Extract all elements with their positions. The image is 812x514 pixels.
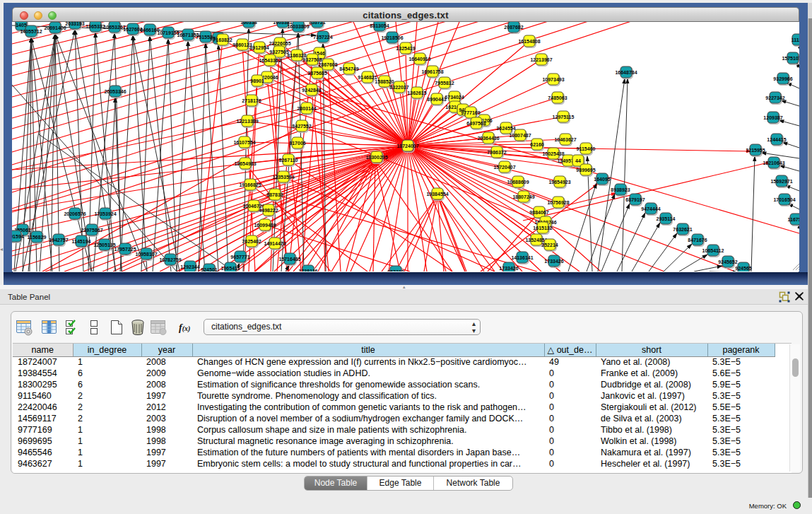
svg-text:9657771: 9657771 bbox=[230, 255, 249, 259]
svg-text:f(x): f(x) bbox=[179, 322, 190, 333]
svg-text:1738116: 1738116 bbox=[299, 269, 318, 271]
svg-text:98901: 98901 bbox=[250, 78, 264, 83]
svg-text:6734024: 6734024 bbox=[445, 95, 464, 100]
svg-text:853721: 853721 bbox=[309, 22, 325, 25]
svg-text:14055712: 14055712 bbox=[20, 29, 42, 34]
svg-text:18300295: 18300295 bbox=[365, 155, 387, 160]
svg-text:1209387: 1209387 bbox=[763, 115, 782, 120]
svg-text:16648784: 16648784 bbox=[615, 70, 637, 75]
svg-text:9245652: 9245652 bbox=[718, 259, 737, 264]
svg-text:14136141: 14136141 bbox=[511, 255, 533, 260]
svg-text:2803144: 2803144 bbox=[297, 106, 316, 111]
svg-text:62160: 62160 bbox=[530, 142, 544, 147]
svg-text:3215955: 3215955 bbox=[746, 148, 765, 153]
svg-text:7163822: 7163822 bbox=[213, 37, 232, 42]
svg-text:10653267: 10653267 bbox=[103, 25, 125, 30]
svg-text:1325419: 1325419 bbox=[396, 46, 415, 51]
svg-text:16210643: 16210643 bbox=[763, 160, 784, 165]
svg-text:16543362: 16543362 bbox=[259, 58, 281, 63]
svg-text:1292344: 1292344 bbox=[180, 264, 199, 269]
svg-text:2033193: 2033193 bbox=[65, 22, 84, 26]
svg-text:8990443: 8990443 bbox=[427, 97, 446, 102]
svg-text:9227342: 9227342 bbox=[765, 95, 784, 100]
svg-text:16107554: 16107554 bbox=[233, 140, 255, 145]
svg-text:17353924: 17353924 bbox=[94, 211, 116, 216]
svg-text:20691406: 20691406 bbox=[44, 25, 66, 30]
svg-text:116753: 116753 bbox=[788, 217, 799, 222]
svg-text:9115460: 9115460 bbox=[577, 146, 596, 151]
svg-text:967213: 967213 bbox=[387, 269, 404, 271]
svg-text:1405: 1405 bbox=[16, 23, 27, 28]
svg-text:17016504: 17016504 bbox=[773, 197, 795, 202]
svg-text:391594: 391594 bbox=[12, 234, 24, 239]
svg-text:8813054: 8813054 bbox=[370, 23, 389, 28]
svg-text:2935114: 2935114 bbox=[657, 216, 676, 221]
svg-text:16099489: 16099489 bbox=[254, 223, 276, 228]
svg-text:12505135: 12505135 bbox=[93, 243, 115, 247]
svg-text:924501: 924501 bbox=[201, 267, 217, 271]
svg-text:10756928: 10756928 bbox=[547, 200, 569, 205]
svg-text:3624554: 3624554 bbox=[496, 126, 515, 131]
svg-text:887833: 887833 bbox=[266, 192, 283, 197]
svg-text:19218506: 19218506 bbox=[381, 35, 403, 40]
svg-text:1733426: 1733426 bbox=[544, 259, 563, 264]
svg-text:8454749: 8454749 bbox=[339, 66, 358, 71]
svg-text:7955812: 7955812 bbox=[435, 81, 454, 86]
svg-text:10025438: 10025438 bbox=[542, 151, 564, 156]
svg-text:9884067: 9884067 bbox=[529, 210, 548, 215]
svg-text:2718176: 2718176 bbox=[242, 98, 261, 103]
svg-text:20053346: 20053346 bbox=[104, 89, 126, 94]
svg-text:8938923: 8938923 bbox=[611, 187, 630, 192]
svg-text:19654923: 19654923 bbox=[548, 180, 570, 185]
svg-text:18724007: 18724007 bbox=[396, 144, 418, 148]
svg-text:1145194: 1145194 bbox=[72, 239, 91, 244]
svg-text:9329966: 9329966 bbox=[773, 76, 792, 81]
svg-text:9899695: 9899695 bbox=[576, 168, 595, 173]
svg-text:10958107: 10958107 bbox=[135, 252, 157, 257]
svg-text:14914479: 14914479 bbox=[264, 241, 286, 246]
svg-text:4498222: 4498222 bbox=[259, 208, 278, 213]
svg-text:1362615: 1362615 bbox=[407, 90, 426, 95]
svg-text:8471676: 8471676 bbox=[688, 238, 707, 243]
svg-text:2867608: 2867608 bbox=[318, 62, 337, 67]
svg-text:20206576: 20206576 bbox=[64, 211, 86, 216]
svg-text:3875685: 3875685 bbox=[307, 71, 326, 76]
svg-text:1244415: 1244415 bbox=[767, 137, 786, 142]
svg-text:164095: 164095 bbox=[594, 177, 610, 182]
svg-text:1733426: 1733426 bbox=[499, 266, 518, 271]
svg-text:15716485: 15716485 bbox=[278, 257, 300, 262]
svg-text:1065332: 1065332 bbox=[86, 24, 105, 29]
svg-text:16154808: 16154808 bbox=[518, 39, 540, 44]
svg-text:9474444: 9474444 bbox=[641, 206, 660, 211]
svg-text:7632621: 7632621 bbox=[673, 227, 692, 232]
svg-text:7625402: 7625402 bbox=[242, 239, 261, 244]
svg-text:817006: 817006 bbox=[289, 141, 305, 146]
svg-text:8427552: 8427552 bbox=[292, 124, 311, 129]
svg-text:6497568: 6497568 bbox=[466, 121, 486, 126]
svg-text:1942757: 1942757 bbox=[49, 238, 68, 243]
svg-text:9777169: 9777169 bbox=[461, 110, 480, 115]
svg-text:160338: 160338 bbox=[240, 22, 257, 25]
svg-text:18807249: 18807249 bbox=[512, 194, 534, 199]
svg-text:1615132: 1615132 bbox=[533, 226, 552, 230]
svg-text:10688609: 10688609 bbox=[507, 180, 529, 185]
svg-text:9327508: 9327508 bbox=[302, 57, 322, 62]
svg-text:16782759: 16782759 bbox=[159, 257, 181, 262]
svg-text:11123: 11123 bbox=[792, 37, 799, 42]
svg-text:12213967: 12213967 bbox=[530, 57, 552, 62]
svg-text:10719155: 10719155 bbox=[157, 30, 179, 35]
svg-text:10807487: 10807487 bbox=[509, 133, 531, 138]
svg-text:7986372: 7986372 bbox=[487, 150, 506, 155]
svg-text:2087682: 2087682 bbox=[504, 25, 523, 30]
svg-text:7485063: 7485063 bbox=[548, 95, 567, 100]
svg-text:9327505: 9327505 bbox=[269, 49, 288, 54]
svg-text:6879197: 6879197 bbox=[625, 197, 645, 202]
svg-text:16961758: 16961758 bbox=[421, 69, 443, 74]
svg-text:15751074: 15751074 bbox=[782, 56, 799, 61]
svg-text:10463627: 10463627 bbox=[554, 137, 576, 142]
svg-text:15692971: 15692971 bbox=[770, 179, 792, 184]
svg-text:23975867: 23975867 bbox=[81, 228, 102, 233]
svg-text:7357224: 7357224 bbox=[313, 35, 332, 40]
svg-text:19654983: 19654983 bbox=[234, 161, 256, 166]
svg-text:19166825: 19166825 bbox=[239, 182, 261, 187]
